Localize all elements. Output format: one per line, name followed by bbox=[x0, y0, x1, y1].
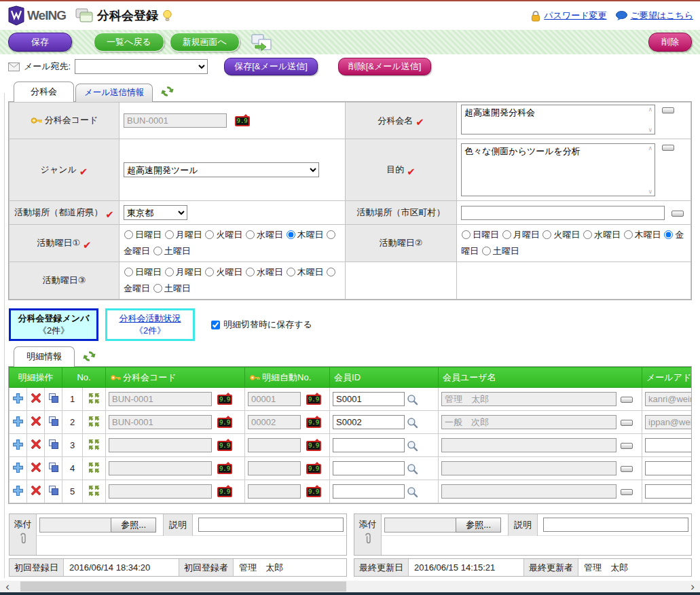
weekday-radio-option[interactable]: 木曜日 bbox=[286, 230, 324, 240]
weekday-radio-option[interactable]: 木曜日 bbox=[286, 267, 324, 277]
row-email-input[interactable] bbox=[645, 461, 692, 475]
lightbulb-icon[interactable] bbox=[162, 10, 172, 22]
delete-row-icon[interactable] bbox=[31, 462, 41, 473]
weekday-radio-option[interactable]: 土曜日 bbox=[481, 246, 519, 256]
add-row-icon[interactable] bbox=[12, 462, 24, 473]
activity-tab-box[interactable]: 分科会活動状況 《2件》 bbox=[105, 308, 195, 341]
save-button[interactable]: 保存 bbox=[8, 33, 72, 52]
back-to-list-button[interactable]: 一覧へ戻る bbox=[94, 33, 164, 52]
new-screen-button[interactable]: 新規画面へ bbox=[170, 33, 240, 52]
row-code-input[interactable] bbox=[109, 392, 212, 406]
scrollbar-thumb[interactable] bbox=[20, 581, 346, 592]
tab-mail-info[interactable]: メール送信情報 bbox=[75, 84, 153, 102]
search-icon[interactable] bbox=[407, 394, 418, 405]
copy-row-icon[interactable] bbox=[48, 416, 59, 427]
row-code-input[interactable] bbox=[109, 461, 212, 475]
save-on-switch-checkbox[interactable] bbox=[211, 321, 220, 329]
purpose-textarea[interactable]: 色々な側面からツールを分析 bbox=[461, 143, 655, 196]
weekday-radio-option[interactable]: 月曜日 bbox=[164, 267, 202, 277]
radio-月曜日[interactable] bbox=[165, 230, 174, 239]
radio-日曜日[interactable] bbox=[462, 230, 471, 239]
row-memberid-input[interactable] bbox=[333, 438, 405, 452]
row-membername-input[interactable] bbox=[441, 438, 616, 452]
radio-金曜日[interactable] bbox=[664, 230, 673, 239]
description-input-right[interactable] bbox=[543, 518, 688, 532]
weekday-radio-option[interactable]: 月曜日 bbox=[502, 230, 540, 240]
row-memberid-input[interactable] bbox=[333, 392, 405, 406]
genre-select[interactable]: 超高速開発ツール bbox=[124, 162, 319, 177]
row-autono-input[interactable] bbox=[248, 484, 301, 499]
weekday-radio-option[interactable]: 土曜日 bbox=[153, 246, 191, 256]
move-row-icon[interactable] bbox=[88, 462, 100, 473]
password-change-link[interactable]: パスワード変更 bbox=[544, 10, 606, 22]
members-tab-box[interactable]: 分科会登録メンバ 《2件》 bbox=[9, 308, 98, 341]
radio-日曜日[interactable] bbox=[124, 268, 133, 276]
copy-row-icon[interactable] bbox=[48, 439, 59, 450]
row-membername-input[interactable] bbox=[441, 415, 616, 429]
row-memberid-input[interactable] bbox=[333, 415, 405, 429]
weekday-radio-option[interactable]: 月曜日 bbox=[164, 230, 202, 240]
scroll-left-arrow[interactable]: ‹ bbox=[0, 581, 15, 592]
search-icon[interactable] bbox=[407, 486, 418, 498]
add-row-icon[interactable] bbox=[12, 416, 24, 427]
description-input-left[interactable] bbox=[198, 518, 344, 532]
scroll-right-arrow[interactable]: › bbox=[685, 581, 700, 592]
row-membername-input[interactable] bbox=[441, 392, 616, 406]
row-code-input[interactable] bbox=[109, 484, 212, 499]
move-row-icon[interactable] bbox=[88, 393, 100, 404]
row-code-input[interactable] bbox=[109, 415, 212, 429]
radio-水曜日[interactable] bbox=[246, 268, 255, 276]
move-row-icon[interactable] bbox=[88, 416, 100, 427]
weekday-radio-option[interactable]: 日曜日 bbox=[124, 230, 162, 240]
row-autono-input[interactable] bbox=[248, 461, 301, 475]
expand-button[interactable] bbox=[621, 489, 633, 495]
tab-detail-info[interactable]: 明細情報 bbox=[14, 346, 75, 367]
weekday-radio-option[interactable]: 火曜日 bbox=[204, 267, 242, 277]
radio-水曜日[interactable] bbox=[583, 230, 592, 239]
code-input[interactable] bbox=[124, 113, 227, 128]
location-pref-select[interactable]: 東京都 bbox=[124, 205, 187, 220]
delete-row-icon[interactable] bbox=[31, 416, 41, 427]
weekday-radio-option[interactable]: 日曜日 bbox=[124, 267, 162, 277]
radio-木曜日[interactable] bbox=[624, 230, 633, 239]
feedback-link[interactable]: ご要望はこちら bbox=[630, 10, 693, 22]
delete-button[interactable]: 削除 bbox=[648, 33, 692, 52]
row-membername-input[interactable] bbox=[441, 461, 616, 475]
row-code-input[interactable] bbox=[109, 438, 212, 452]
weekday-radio-option[interactable]: 水曜日 bbox=[583, 230, 621, 240]
copy-row-icon[interactable] bbox=[48, 462, 59, 473]
search-icon[interactable] bbox=[407, 440, 418, 452]
move-row-icon[interactable] bbox=[88, 439, 100, 450]
delete-row-icon[interactable] bbox=[31, 439, 41, 450]
radio-土曜日[interactable] bbox=[482, 247, 491, 255]
radio-火曜日[interactable] bbox=[205, 230, 214, 239]
expand-button[interactable] bbox=[671, 211, 684, 217]
expand-button[interactable] bbox=[621, 420, 633, 426]
weekday-radio-option[interactable]: 火曜日 bbox=[204, 230, 242, 240]
row-membername-input[interactable] bbox=[441, 484, 616, 499]
row-memberid-input[interactable] bbox=[333, 461, 405, 475]
radio-木曜日[interactable] bbox=[287, 230, 295, 239]
row-autono-input[interactable] bbox=[248, 392, 301, 406]
radio-金曜日[interactable] bbox=[327, 268, 335, 276]
delete-and-mail-button[interactable]: 削除[&メール送信] bbox=[338, 58, 432, 75]
weekday-radio-option[interactable]: 土曜日 bbox=[153, 283, 191, 293]
password-change[interactable]: パスワード変更 bbox=[530, 10, 606, 22]
search-icon[interactable] bbox=[407, 463, 418, 475]
search-icon[interactable] bbox=[407, 417, 418, 429]
radio-水曜日[interactable] bbox=[246, 230, 255, 239]
weekday-radio-option[interactable]: 木曜日 bbox=[623, 230, 661, 240]
radio-土曜日[interactable] bbox=[153, 284, 162, 293]
browse-button-left[interactable]: 参照... bbox=[111, 518, 156, 533]
horizontal-scrollbar[interactable]: ‹ › bbox=[0, 581, 700, 592]
radio-月曜日[interactable] bbox=[502, 230, 511, 239]
expand-button[interactable] bbox=[662, 107, 674, 113]
row-autono-input[interactable] bbox=[248, 415, 301, 429]
radio-月曜日[interactable] bbox=[165, 268, 174, 276]
weekday-radio-option[interactable]: 火曜日 bbox=[542, 230, 580, 240]
weekday-radio-option[interactable]: 日曜日 bbox=[461, 230, 499, 240]
add-row-icon[interactable] bbox=[12, 485, 24, 497]
radio-金曜日[interactable] bbox=[327, 230, 335, 239]
add-row-icon[interactable] bbox=[12, 393, 24, 404]
radio-木曜日[interactable] bbox=[287, 268, 295, 276]
